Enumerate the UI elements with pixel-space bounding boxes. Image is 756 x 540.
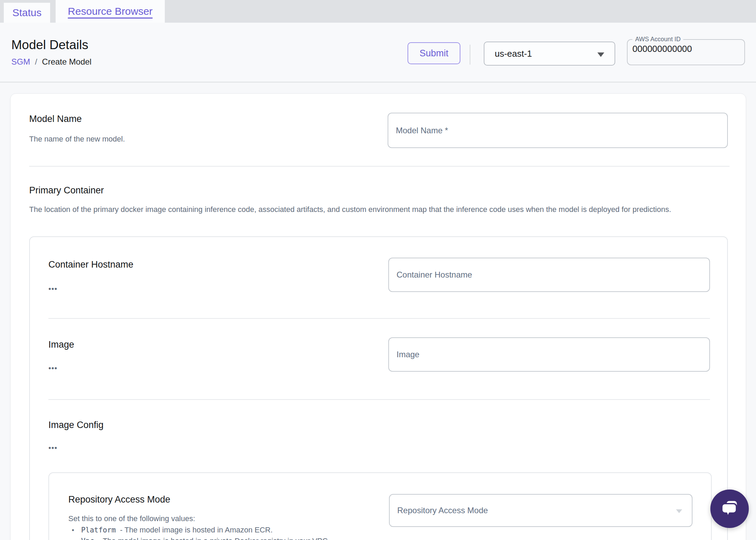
chevron-down-icon xyxy=(597,53,604,57)
header-divider xyxy=(470,45,470,65)
tab-bar: Status Resource Browser xyxy=(0,0,756,23)
list-item: • Vpc - The model image is hosted in a p… xyxy=(72,536,330,540)
page-header: Model Details SGM / Create Model Submit … xyxy=(0,23,756,82)
submit-button[interactable]: Submit xyxy=(408,42,460,64)
repository-access-mode-intro: Set this to one of the following values: xyxy=(68,512,195,525)
tab-resource-browser[interactable]: Resource Browser xyxy=(56,0,165,23)
image-config-group: Repository Access Mode Set this to one o… xyxy=(48,472,712,540)
breadcrumb-separator: / xyxy=(35,57,37,67)
section-divider xyxy=(29,166,730,167)
chat-widget-button[interactable] xyxy=(710,490,749,528)
tab-status[interactable]: Status xyxy=(4,3,50,23)
option-text: - The model image is hosted in Amazon EC… xyxy=(120,526,273,534)
screen: Status Resource Browser Model Details SG… xyxy=(0,0,756,540)
region-select[interactable]: us-east-1 xyxy=(484,42,615,66)
primary-container-group: Container Hostname ••• Image ••• Image C… xyxy=(29,236,728,540)
tab-resource-browser-label: Resource Browser xyxy=(68,5,153,17)
image-input[interactable] xyxy=(388,337,710,372)
bullet-icon: • xyxy=(72,537,74,540)
breadcrumb-current: Create Model xyxy=(42,57,91,67)
group-divider xyxy=(48,399,710,400)
model-name-description: The name of the new model. xyxy=(29,133,125,146)
aws-account-id-field: AWS Account ID xyxy=(627,36,745,65)
option-text: - The model image is hosted in a private… xyxy=(98,537,330,540)
primary-container-description: The location of the primary docker image… xyxy=(29,203,730,216)
breadcrumb: SGM / Create Model xyxy=(11,57,91,67)
image-more-button[interactable]: ••• xyxy=(48,364,57,373)
breadcrumb-root-link[interactable]: SGM xyxy=(11,57,30,67)
chat-bubbles-icon xyxy=(719,498,740,519)
page-title: Model Details xyxy=(11,38,88,52)
repository-access-mode-heading: Repository Access Mode xyxy=(68,494,170,505)
container-hostname-heading: Container Hostname xyxy=(48,259,134,270)
image-heading: Image xyxy=(48,339,74,350)
tab-status-label: Status xyxy=(12,7,42,19)
option-code: Vpc xyxy=(81,537,94,540)
image-config-more-button[interactable]: ••• xyxy=(48,443,57,452)
aws-account-id-input[interactable] xyxy=(628,43,727,54)
model-name-heading: Model Name xyxy=(29,114,82,124)
container-hostname-input[interactable] xyxy=(388,258,710,292)
aws-account-id-label: AWS Account ID xyxy=(632,36,683,43)
repository-access-mode-select-placeholder: Repository Access Mode xyxy=(397,506,488,515)
repository-access-mode-options-list: • Platform - The model image is hosted i… xyxy=(72,525,330,540)
container-hostname-more-button[interactable]: ••• xyxy=(48,284,57,293)
group-divider xyxy=(48,318,710,319)
repository-access-mode-select[interactable]: Repository Access Mode xyxy=(389,494,692,527)
region-select-value: us-east-1 xyxy=(495,48,532,59)
model-name-input[interactable] xyxy=(388,113,728,148)
primary-container-heading: Primary Container xyxy=(29,185,104,196)
chevron-down-icon xyxy=(676,509,682,513)
list-item: • Platform - The model image is hosted i… xyxy=(72,525,330,536)
bullet-icon: • xyxy=(72,526,74,534)
image-config-heading: Image Config xyxy=(48,420,104,430)
model-details-card: Model Name The name of the new model. Pr… xyxy=(10,93,746,540)
option-code: Platform xyxy=(81,526,116,534)
